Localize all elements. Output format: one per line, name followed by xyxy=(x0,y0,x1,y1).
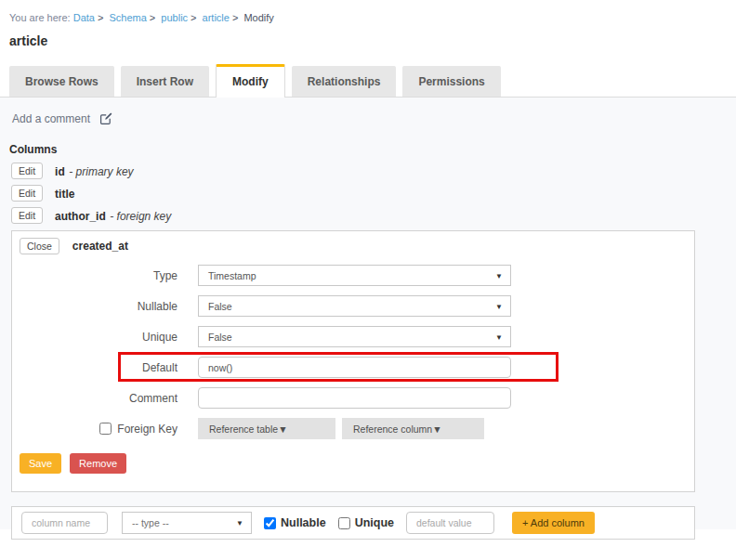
chevron-down-icon: ▼ xyxy=(432,423,441,435)
edit-comment-icon[interactable] xyxy=(99,112,112,125)
new-column-name-input[interactable] xyxy=(21,512,108,534)
field-row-nullable: Nullable False ▼ xyxy=(20,295,694,317)
field-row-foreign-key: Foreign Key Reference table ▼ Reference … xyxy=(20,418,694,439)
foreign-key-checkbox[interactable] xyxy=(99,423,112,435)
field-row-comment: Comment xyxy=(20,387,694,409)
column-name-author-id: author_id xyxy=(55,210,106,223)
chevron-down-icon: ▼ xyxy=(495,332,503,341)
new-column-default-input[interactable] xyxy=(406,512,494,534)
new-column-unique-checkbox[interactable] xyxy=(338,517,350,529)
page-title: article xyxy=(9,33,736,48)
nullable-label: Nullable xyxy=(20,300,177,313)
add-column-bar: -- type -- ▼ Nullable Unique + Add colum… xyxy=(11,506,695,540)
breadcrumb-separator: > xyxy=(98,12,103,23)
tab-permissions[interactable]: Permissions xyxy=(402,66,500,97)
tab-browse-rows[interactable]: Browse Rows xyxy=(9,66,114,97)
add-column-button[interactable]: + Add column xyxy=(512,512,595,534)
breadcrumb-link-schema[interactable]: Schema xyxy=(109,12,146,23)
new-column-type-select[interactable]: -- type -- ▼ xyxy=(122,512,252,534)
type-label: Type xyxy=(20,269,177,282)
column-editor-created-at: Close created_at Type Timestamp ▼ Nullab… xyxy=(11,230,695,492)
edit-id-button[interactable]: Edit xyxy=(11,163,43,179)
main-content: Add a comment Columns Edit id - primary … xyxy=(0,98,736,529)
tab-relationships[interactable]: Relationships xyxy=(292,66,397,97)
field-row-default: Default xyxy=(20,357,694,378)
columns-heading: Columns xyxy=(9,143,695,156)
header-area: You are here: Data> Schema> public> arti… xyxy=(0,0,736,48)
chevron-down-icon: ▼ xyxy=(278,423,287,435)
breadcrumb-link-article[interactable]: article xyxy=(203,12,230,23)
remove-button[interactable]: Remove xyxy=(70,453,126,474)
breadcrumb-link-public[interactable]: public xyxy=(161,12,188,23)
add-comment-label: Add a comment xyxy=(12,112,90,125)
new-column-nullable-checkbox[interactable] xyxy=(264,517,276,529)
column-row-title: Edit title xyxy=(11,185,695,201)
default-value-input[interactable] xyxy=(198,357,511,378)
unique-select[interactable]: False ▼ xyxy=(198,326,511,347)
chevron-down-icon: ▼ xyxy=(236,519,243,527)
reference-table-select[interactable]: Reference table ▼ xyxy=(198,418,335,439)
edit-title-button[interactable]: Edit xyxy=(11,185,43,202)
nullable-select[interactable]: False ▼ xyxy=(198,295,511,317)
close-editor-button[interactable]: Close xyxy=(20,238,59,254)
new-column-nullable-label: Nullable xyxy=(281,516,326,529)
breadcrumb-current: Modify xyxy=(243,12,273,23)
breadcrumb-separator: > xyxy=(150,12,155,23)
field-row-type: Type Timestamp ▼ xyxy=(20,265,694,286)
breadcrumb: You are here: Data> Schema> public> arti… xyxy=(9,12,736,23)
chevron-down-icon: ▼ xyxy=(495,302,503,310)
unique-label: Unique xyxy=(20,331,177,344)
editing-column-name: created_at xyxy=(72,240,128,253)
tab-bar: Browse Rows Insert Row Modify Relationsh… xyxy=(0,64,736,98)
column-name-title: title xyxy=(55,188,74,201)
comment-input[interactable] xyxy=(198,387,511,409)
tab-insert-row[interactable]: Insert Row xyxy=(121,66,209,97)
column-note-author-id: - foreign key xyxy=(110,210,171,223)
tab-modify[interactable]: Modify xyxy=(216,64,285,98)
field-row-unique: Unique False ▼ xyxy=(20,326,694,347)
breadcrumb-separator: > xyxy=(232,12,238,23)
column-name-id: id xyxy=(55,165,65,178)
new-column-unique-label: Unique xyxy=(355,516,394,529)
breadcrumb-link-data[interactable]: Data xyxy=(73,12,95,23)
default-label: Default xyxy=(20,361,177,374)
type-select[interactable]: Timestamp ▼ xyxy=(198,265,511,286)
comment-label: Comment xyxy=(20,392,177,405)
breadcrumb-prefix: You are here: xyxy=(9,12,71,23)
foreign-key-label: Foreign Key xyxy=(117,423,177,436)
add-comment-row: Add a comment xyxy=(11,112,695,125)
column-row-id: Edit id - primary key xyxy=(11,163,695,178)
column-row-author-id: Edit author_id - foreign key xyxy=(11,207,695,223)
edit-author-id-button[interactable]: Edit xyxy=(11,207,43,224)
breadcrumb-separator: > xyxy=(191,12,196,23)
reference-column-select[interactable]: Reference column ▼ xyxy=(342,418,484,439)
column-note-id: - primary key xyxy=(69,165,133,178)
save-button[interactable]: Save xyxy=(20,453,61,474)
chevron-down-icon: ▼ xyxy=(495,271,503,280)
